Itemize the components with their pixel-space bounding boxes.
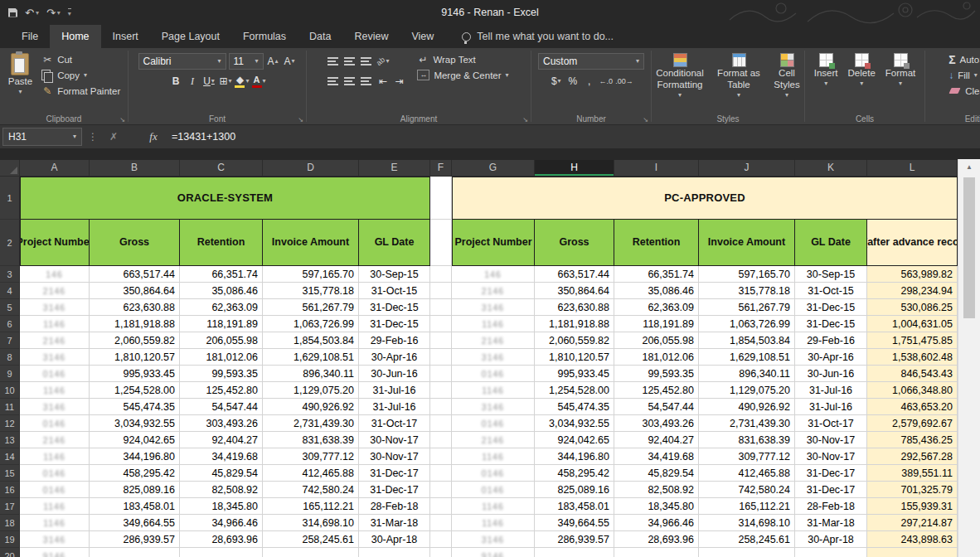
cell-J16[interactable]: 742,580.24 (699, 482, 795, 498)
cell-G10[interactable]: 1146 (452, 382, 535, 399)
cell-D3[interactable]: 597,165.70 (263, 266, 359, 283)
column-header-B[interactable]: B (90, 160, 180, 177)
column-header-E[interactable]: E (359, 160, 430, 177)
tab-formulas[interactable]: Formulas (231, 25, 298, 48)
cell-E9[interactable]: 30-Jun-16 (359, 366, 430, 382)
insert-cells-button[interactable]: Insert ▾ (811, 51, 842, 89)
cell-A20[interactable]: 9146 (20, 548, 90, 557)
cell-I17[interactable]: 18,345.80 (614, 498, 699, 515)
cell-D9[interactable]: 896,340.11 (263, 366, 359, 382)
cell-F15[interactable] (430, 465, 452, 482)
scrollbar-thumb[interactable] (963, 177, 975, 318)
cell-E17[interactable]: 28-Feb-18 (359, 498, 430, 515)
cell-C19[interactable]: 28,693.96 (180, 531, 263, 548)
cell-J3[interactable]: 597,165.70 (699, 266, 795, 283)
cell-I9[interactable]: 99,593.35 (614, 366, 699, 382)
cell-H8[interactable]: 1,810,120.57 (535, 349, 614, 366)
cell-F2[interactable] (430, 220, 452, 266)
cell-L9[interactable]: 846,543.43 (867, 366, 958, 382)
tab-home[interactable]: Home (50, 25, 100, 48)
cell-F5[interactable] (430, 299, 452, 316)
cell-L17[interactable]: 155,939.31 (867, 498, 958, 515)
cell-J5[interactable]: 561,267.79 (699, 299, 795, 316)
cell-J11[interactable]: 490,926.92 (699, 399, 795, 415)
cell-G17[interactable]: 1146 (452, 498, 535, 515)
cell-J14[interactable]: 309,777.12 (699, 448, 795, 465)
cell-L20[interactable] (867, 548, 958, 557)
cell-H15[interactable]: 458,295.42 (535, 465, 614, 482)
tab-file[interactable]: File (10, 25, 50, 48)
cell-K14[interactable]: 30-Nov-17 (795, 448, 867, 465)
conditional-formatting-button[interactable]: Conditional Formatting ▾ (649, 51, 711, 100)
row-header-6[interactable]: 6 (0, 316, 20, 332)
cell-L7[interactable]: 1,751,475.85 (867, 332, 958, 349)
cell-I19[interactable]: 28,693.96 (614, 531, 699, 548)
cell-F13[interactable] (430, 432, 452, 448)
cell-K8[interactable]: 30-Apr-16 (795, 349, 867, 366)
font-size-combo[interactable]: 11 ▾ (229, 53, 264, 70)
cell-G8[interactable]: 3146 (452, 349, 535, 366)
orientation-button[interactable]: ab ▾ (376, 54, 390, 70)
borders-button[interactable]: ⊞ ▾ (218, 74, 232, 90)
align-middle-button[interactable] (342, 54, 357, 70)
column-header-F[interactable]: F (430, 160, 452, 177)
cell-E20[interactable] (359, 548, 430, 557)
cell-K11[interactable]: 31-Jul-16 (795, 399, 867, 415)
cell-D16[interactable]: 742,580.24 (263, 482, 359, 498)
underline-button[interactable]: U ▾ (201, 74, 216, 90)
decrease-indent-button[interactable]: ⇤ (376, 74, 390, 90)
font-name-combo[interactable]: Calibri ▾ (138, 53, 226, 70)
pc-approved-title-cell[interactable]: PC-APPROVED (452, 177, 958, 220)
cell-A16[interactable]: 0146 (20, 482, 90, 498)
cell-D8[interactable]: 1,629,108.51 (263, 349, 359, 366)
row-header-19[interactable]: 19 (0, 531, 20, 548)
cell-I8[interactable]: 181,012.06 (614, 349, 699, 366)
cell-D18[interactable]: 314,698.10 (263, 515, 359, 531)
cell-F6[interactable] (430, 316, 452, 332)
name-box[interactable]: H31 ▾ (2, 128, 82, 146)
cell-K9[interactable]: 30-Jun-16 (795, 366, 867, 382)
row-header-15[interactable]: 15 (0, 465, 20, 482)
tab-page-layout[interactable]: Page Layout (150, 25, 231, 48)
cell-I5[interactable]: 62,363.09 (614, 299, 699, 316)
cell-E10[interactable]: 31-Jul-16 (359, 382, 430, 399)
cell-D20[interactable] (263, 548, 359, 557)
cell-G9[interactable]: 0146 (452, 366, 535, 382)
cell-C10[interactable]: 125,452.80 (180, 382, 263, 399)
cell-G16[interactable]: 0146 (452, 482, 535, 498)
bold-button[interactable]: B (168, 74, 182, 90)
cell-H14[interactable]: 344,196.80 (535, 448, 614, 465)
cell-B20[interactable] (90, 548, 180, 557)
cell-L4[interactable]: 298,234.94 (867, 283, 958, 299)
cell-F14[interactable] (430, 448, 452, 465)
wrap-text-button[interactable]: ↵ Wrap Text (415, 51, 511, 67)
cell-A18[interactable]: 1146 (20, 515, 90, 531)
cell-H9[interactable]: 995,933.45 (535, 366, 614, 382)
cell-H10[interactable]: 1,254,528.00 (535, 382, 614, 399)
cell-L2[interactable]: NET (after advance recovery) (867, 220, 958, 266)
cell-I2[interactable]: Retention (614, 220, 699, 266)
cell-I13[interactable]: 92,404.27 (614, 432, 699, 448)
cell-G6[interactable]: 1146 (452, 316, 535, 332)
cell-I10[interactable]: 125,452.80 (614, 382, 699, 399)
cell-A19[interactable]: 3146 (20, 531, 90, 548)
increase-font-size-button[interactable]: A ▴ (266, 54, 280, 70)
cell-B16[interactable]: 825,089.16 (90, 482, 180, 498)
merge-center-button[interactable]: ↔ Merge & Center ▾ (415, 67, 511, 83)
paste-button[interactable]: Paste ▾ (5, 51, 36, 97)
cell-G5[interactable]: 3146 (452, 299, 535, 316)
cell-D5[interactable]: 561,267.79 (263, 299, 359, 316)
cell-A7[interactable]: 2146 (20, 332, 90, 349)
cell-styles-button[interactable]: Cell Styles ▾ (767, 51, 807, 100)
row-header-13[interactable]: 13 (0, 432, 20, 448)
row-header-8[interactable]: 8 (0, 349, 20, 366)
cell-E4[interactable]: 31-Oct-15 (359, 283, 430, 299)
cell-I3[interactable]: 66,351.74 (614, 266, 699, 283)
cell-B12[interactable]: 3,034,932.55 (90, 415, 180, 432)
cell-K15[interactable]: 31-Dec-17 (795, 465, 867, 482)
cell-F12[interactable] (430, 415, 452, 432)
cell-B15[interactable]: 458,295.42 (90, 465, 180, 482)
cell-C13[interactable]: 92,404.27 (180, 432, 263, 448)
cell-G20[interactable]: 9146 (452, 548, 535, 557)
cell-A5[interactable]: 3146 (20, 299, 90, 316)
